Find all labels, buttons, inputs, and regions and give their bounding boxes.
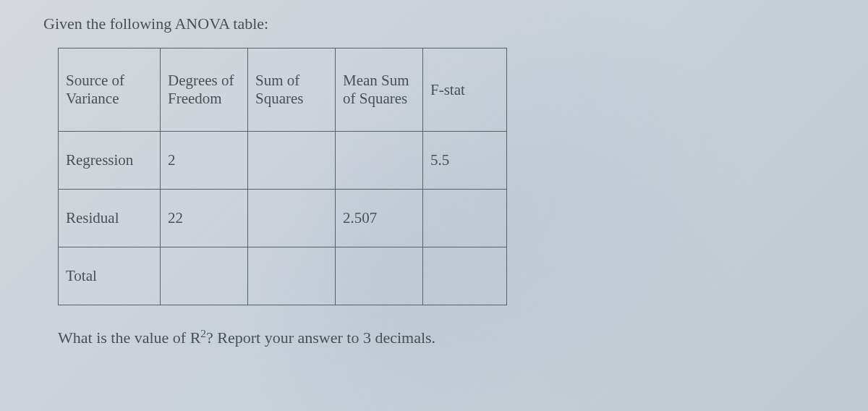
col-header-fstat: F-stat bbox=[423, 48, 507, 132]
table-row-total: Total bbox=[59, 247, 507, 305]
cell-total-dof bbox=[161, 247, 248, 305]
cell-residual-fstat bbox=[423, 190, 507, 247]
col-header-dof: Degrees of Freedom bbox=[161, 48, 248, 132]
cell-residual-ss bbox=[248, 190, 336, 247]
cell-regression-label: Regression bbox=[59, 132, 161, 190]
cell-total-label: Total bbox=[59, 247, 161, 305]
cell-regression-fstat: 5.5 bbox=[423, 132, 507, 190]
cell-total-ss bbox=[248, 247, 336, 305]
anova-table: Source of Variance Degrees of Freedom Su… bbox=[58, 48, 507, 305]
question-prefix: What is the value of R bbox=[58, 329, 200, 347]
cell-residual-label: Residual bbox=[59, 190, 161, 247]
question-suffix: ? Report your answer to 3 decimals. bbox=[206, 329, 435, 347]
table-row-regression: Regression 2 5.5 bbox=[59, 132, 507, 190]
table-row-residual: Residual 22 2.507 bbox=[59, 190, 507, 247]
cell-regression-mss bbox=[336, 132, 423, 190]
col-header-source: Source of Variance bbox=[59, 48, 161, 132]
cell-total-mss bbox=[336, 247, 423, 305]
col-header-ss: Sum of Squares bbox=[248, 48, 336, 132]
cell-regression-dof: 2 bbox=[161, 132, 248, 190]
question-exponent: 2 bbox=[200, 327, 206, 339]
cell-residual-dof: 22 bbox=[161, 190, 248, 247]
cell-residual-mss: 2.507 bbox=[336, 190, 423, 247]
col-header-mss: Mean Sum of Squares bbox=[336, 48, 423, 132]
page-heading: Given the following ANOVA table: bbox=[43, 14, 825, 33]
cell-total-fstat bbox=[423, 247, 507, 305]
question-text: What is the value of R2? Report your ans… bbox=[58, 327, 825, 347]
table-header-row: Source of Variance Degrees of Freedom Su… bbox=[59, 48, 507, 132]
cell-regression-ss bbox=[248, 132, 336, 190]
